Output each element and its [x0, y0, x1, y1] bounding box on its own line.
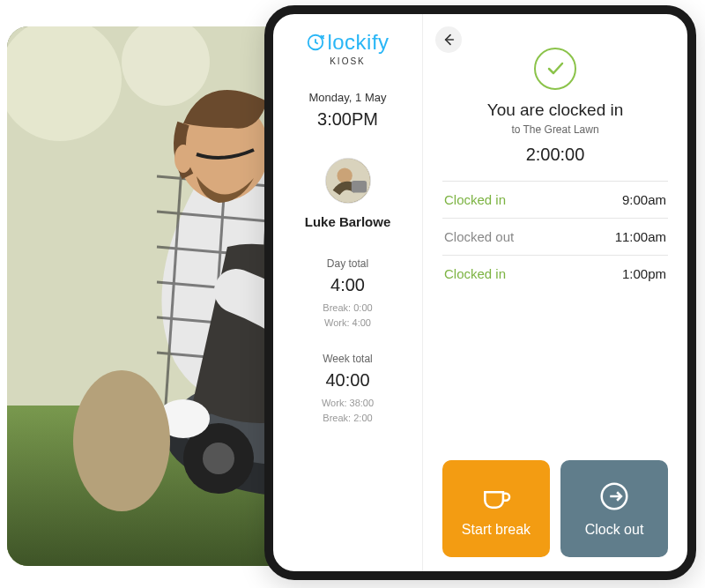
- avatar: [325, 158, 371, 204]
- user-name: Luke Barlowe: [305, 214, 391, 229]
- week-work: Work: 38:00: [322, 396, 374, 411]
- arrow-left-icon: [442, 33, 456, 47]
- log-row: Clocked in 1:00pm: [442, 256, 668, 292]
- start-break-label: Start break: [462, 522, 531, 538]
- log-row: Clocked in 9:00am: [442, 182, 668, 219]
- day-work: Work: 4:00: [323, 316, 372, 331]
- back-button[interactable]: [435, 26, 462, 53]
- log-label: Clocked in: [444, 192, 506, 207]
- main-panel: You are clocked in to The Great Lawn 2:0…: [423, 14, 687, 571]
- svg-rect-29: [351, 181, 366, 192]
- week-break: Break: 2:00: [322, 411, 374, 426]
- current-time: 3:00PM: [317, 109, 378, 130]
- current-date: Monday, 1 May: [309, 91, 387, 104]
- status-title: You are clocked in: [442, 100, 668, 120]
- kiosk-device: lockify KIOSK Monday, 1 May 3:00PM Luke …: [264, 5, 696, 580]
- coffee-icon: [479, 480, 513, 513]
- day-break: Break: 0:00: [323, 301, 372, 316]
- sidebar: lockify KIOSK Monday, 1 May 3:00PM Luke …: [273, 14, 423, 571]
- brand-subtitle: KIOSK: [330, 56, 366, 66]
- week-total-value: 40:00: [322, 370, 374, 391]
- brand-logo: lockify: [306, 30, 389, 55]
- svg-point-9: [203, 443, 234, 474]
- status-subtitle: to The Great Lawn: [442, 123, 668, 136]
- brand-text: lockify: [327, 30, 389, 55]
- clock-icon: [306, 33, 325, 52]
- action-bar: Start break Clock out: [442, 448, 668, 557]
- svg-point-28: [337, 168, 352, 183]
- log-label: Clocked in: [444, 266, 506, 281]
- elapsed-time: 2:00:00: [442, 145, 668, 165]
- log-label: Clocked out: [444, 229, 514, 244]
- clock-out-button[interactable]: Clock out: [560, 460, 668, 557]
- week-total-label: Week total: [322, 353, 374, 365]
- day-total-value: 4:00: [323, 275, 372, 295]
- clock-out-icon: [597, 480, 631, 513]
- log-time: 1:00pm: [622, 266, 666, 281]
- svg-point-25: [73, 370, 170, 511]
- clock-out-label: Clock out: [585, 522, 644, 538]
- log-time: 9:00am: [622, 192, 666, 207]
- svg-point-22: [174, 145, 192, 173]
- log-time: 11:00am: [615, 229, 666, 244]
- day-total-section: Day total 4:00 Break: 0:00 Work: 4:00: [323, 257, 372, 330]
- time-log: Clocked in 9:00am Clocked out 11:00am Cl…: [442, 181, 668, 292]
- log-row: Clocked out 11:00am: [442, 219, 668, 256]
- week-total-section: Week total 40:00 Work: 38:00 Break: 2:00: [322, 353, 374, 425]
- start-break-button[interactable]: Start break: [442, 460, 550, 557]
- day-total-label: Day total: [323, 257, 372, 270]
- status-check-icon: [534, 48, 576, 90]
